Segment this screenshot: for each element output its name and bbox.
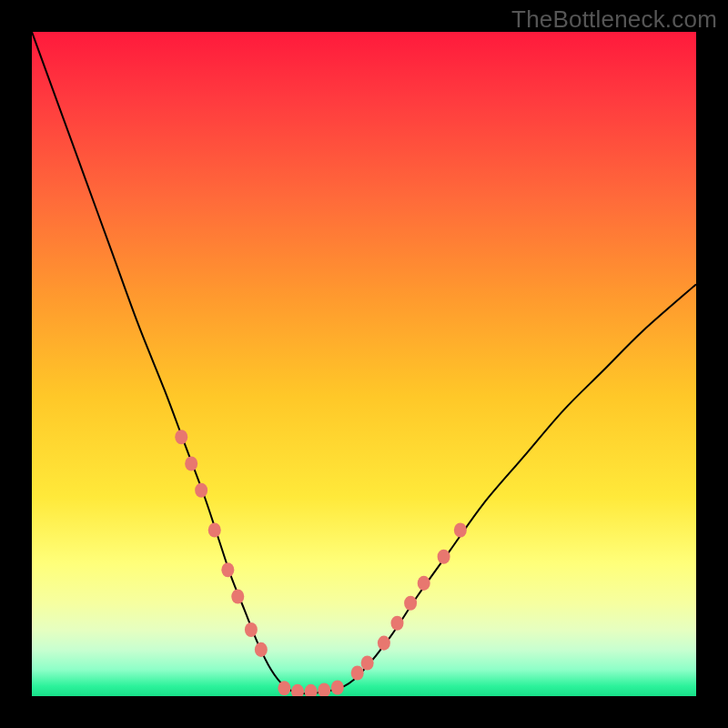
bottleneck-curve <box>32 32 696 693</box>
highlight-dot <box>404 596 417 611</box>
highlight-dot <box>245 622 258 637</box>
highlight-dot <box>351 665 364 680</box>
curve-layer <box>32 32 696 696</box>
highlight-dot <box>255 642 268 657</box>
highlight-dot <box>378 636 390 651</box>
highlight-dot <box>361 655 374 670</box>
highlight-dot <box>438 550 450 564</box>
marker-group <box>175 430 467 696</box>
highlight-dot <box>331 680 344 694</box>
highlight-dot <box>418 576 430 591</box>
highlight-dot <box>318 682 330 696</box>
chart-frame: TheBottleneck.com <box>0 0 728 728</box>
highlight-dot <box>231 589 244 603</box>
highlight-dot <box>221 562 234 577</box>
highlight-dot <box>185 456 197 470</box>
watermark-text: TheBottleneck.com <box>511 5 717 34</box>
highlight-dot <box>278 681 290 695</box>
highlight-dot <box>175 430 187 444</box>
highlight-dot <box>291 684 304 696</box>
highlight-dot <box>454 522 467 537</box>
highlight-dot <box>208 522 221 537</box>
highlight-dot <box>305 684 318 696</box>
highlight-dot <box>195 483 207 498</box>
highlight-dot <box>391 616 404 631</box>
plot-area <box>32 32 696 696</box>
